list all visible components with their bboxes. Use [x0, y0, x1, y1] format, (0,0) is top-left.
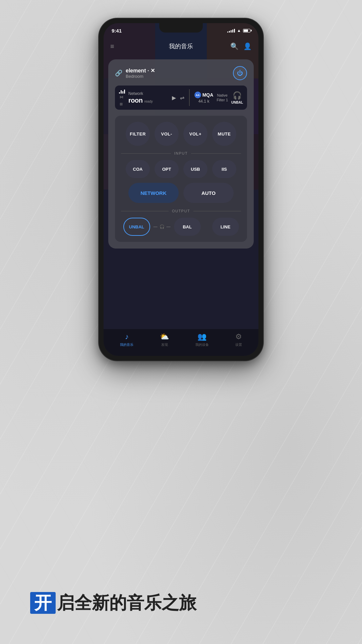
frequency-label: 44.1 k: [198, 99, 209, 104]
network-auto-row: NETWORK AUTO: [121, 183, 241, 203]
np-left: ⋈ ⊞: [119, 89, 125, 106]
nav-item-discover[interactable]: ⛅ 发现: [160, 332, 169, 347]
headphone-icon: 🎧: [233, 91, 242, 100]
np-divider: [189, 89, 190, 106]
output-btn-row: UNBAL —🎧— BAL LINE: [121, 218, 241, 236]
devices-nav-label: 我的设备: [195, 342, 209, 347]
app-title: 我的音乐: [169, 42, 193, 50]
overlay-panel: 🔗 element · ✕ Bedroom ⏻: [108, 59, 254, 249]
headphone-separator: —🎧—: [154, 224, 171, 229]
np-headphone-group: 🎧 UNBAL: [231, 91, 243, 104]
shuffle-icon[interactable]: ⇌: [180, 95, 184, 101]
np-source: Network roon ready: [128, 91, 169, 104]
coa-button[interactable]: COA: [126, 160, 150, 178]
power-button[interactable]: ⏻: [233, 66, 247, 80]
input-btn-row: COA OPT USB IIS: [121, 160, 241, 178]
device-name: element · ✕: [126, 67, 155, 74]
mqa-row: AA MQA: [194, 92, 214, 98]
device-name-group: element · ✕ Bedroom: [126, 67, 155, 79]
np-controls: ▶ ⇌: [172, 95, 184, 101]
grid-icon: ⊞: [120, 102, 125, 106]
unbal-button[interactable]: UNBAL: [123, 218, 150, 236]
music-nav-icon: ♪: [125, 332, 129, 341]
phone-frame: 9:41 ▲: [99, 18, 263, 361]
highlight-char: 开: [30, 592, 56, 614]
signal-icon: [227, 29, 235, 33]
roon-suffix: ready: [144, 99, 153, 103]
wifi-icon: ▲: [237, 28, 241, 33]
app-header: ≡ 我的音乐 🔍 👤: [104, 38, 258, 55]
music-nav-label: 我的音乐: [120, 342, 133, 347]
nav-item-music[interactable]: ♪ 我的音乐: [120, 332, 133, 347]
roon-logo: roon ready: [128, 97, 169, 104]
bal-button[interactable]: BAL: [174, 218, 201, 236]
cloud-nav-icon: ⛅: [160, 332, 169, 341]
device-info: 🔗 element · ✕ Bedroom: [115, 67, 155, 79]
link-icon: 🔗: [115, 69, 122, 77]
eq-bars-icon: [119, 89, 125, 94]
np-filter-group: Native Filter 1: [217, 93, 228, 103]
status-time: 9:41: [112, 28, 122, 34]
device-room: Bedroom: [126, 74, 155, 79]
line-button[interactable]: LINE: [212, 218, 239, 236]
discover-nav-label: 发现: [161, 342, 168, 347]
battery-icon: [243, 29, 250, 33]
nav-item-devices[interactable]: 👥 我的设备: [195, 332, 209, 347]
vol-down-button[interactable]: VOL-: [155, 122, 179, 146]
settings-nav-label: 设置: [235, 342, 242, 347]
input-line-right: [191, 153, 241, 154]
input-section-label-row: INPUT: [121, 151, 241, 155]
settings-nav-icon: ⚙: [235, 332, 242, 341]
auto-button[interactable]: AUTO: [183, 183, 234, 203]
output-section-label-row: OUTPUT: [121, 209, 241, 213]
bottom-nav: ♪ 我的音乐 ⛅ 发现 👥 我的设备 ⚙ 设置: [104, 329, 258, 356]
rest-text: 启全新的音乐之旅: [57, 593, 196, 612]
play-icon[interactable]: ▶: [172, 95, 176, 101]
mute-button[interactable]: MUTE: [212, 122, 236, 146]
input-line-left: [121, 153, 171, 154]
main-btn-row: FILTER VOL- VOL+ MUTE: [121, 122, 241, 146]
mqa-label: MQA: [202, 92, 214, 98]
device-header: 🔗 element · ✕ Bedroom ⏻: [115, 66, 247, 80]
search-icon[interactable]: 🔍: [230, 42, 239, 50]
np-extra-icons: ⋈ ⊞: [120, 95, 125, 106]
status-icons: ▲: [227, 28, 250, 33]
now-playing-bar: ⋈ ⊞ Network roon ready ▶ ⇌: [115, 86, 247, 110]
output-section-label: OUTPUT: [172, 209, 190, 213]
bottom-caption: 开 启全新的音乐之旅: [30, 592, 196, 614]
user-icon[interactable]: 👤: [243, 42, 252, 50]
output-line-right: [193, 211, 241, 211]
unbal-label: UNBAL: [231, 101, 243, 104]
network-button[interactable]: NETWORK: [128, 183, 179, 203]
devices-nav-icon: 👥: [197, 332, 206, 341]
header-right-icons: 🔍 👤: [230, 42, 252, 50]
usb-icon: ⋈: [120, 95, 125, 99]
output-line-left: [121, 211, 169, 211]
source-label: Network: [128, 91, 169, 96]
nav-item-settings[interactable]: ⚙ 设置: [235, 332, 242, 347]
np-format-group: AA MQA 44.1 k: [194, 92, 214, 104]
input-section-label: INPUT: [174, 151, 188, 155]
controls-section: FILTER VOL- VOL+ MUTE INPUT COA OPT USB …: [115, 116, 247, 242]
opt-button[interactable]: OPT: [155, 160, 179, 178]
iis-button[interactable]: IIS: [212, 160, 236, 178]
notch: [159, 23, 203, 33]
usb-button[interactable]: USB: [183, 160, 207, 178]
phone-screen: 9:41 ▲: [104, 23, 258, 356]
mqa-badge: AA: [194, 92, 201, 98]
filter-button[interactable]: FILTER: [126, 122, 150, 146]
app-icon-left: ≡: [110, 43, 114, 50]
vol-up-button[interactable]: VOL+: [183, 122, 207, 146]
